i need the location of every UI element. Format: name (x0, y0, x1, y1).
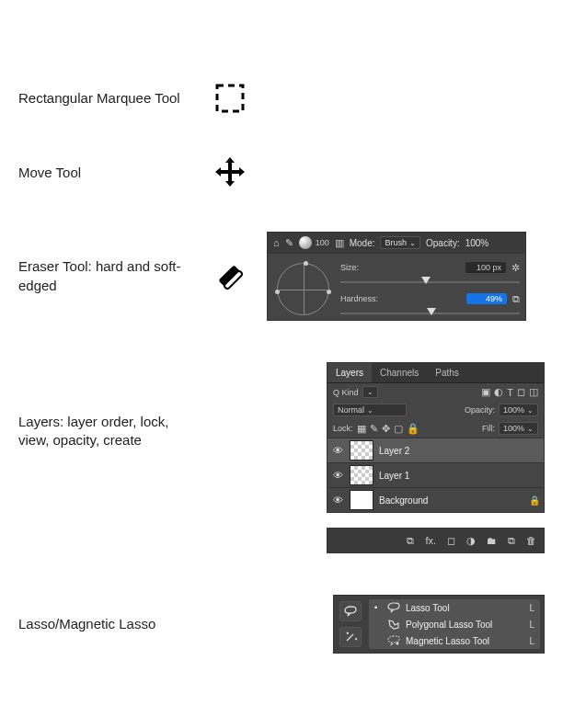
lock-move-icon[interactable]: ✥ (382, 423, 390, 435)
tab-layers[interactable]: Layers (327, 363, 372, 382)
size-field[interactable]: 100 px (465, 262, 506, 273)
fill-field[interactable]: 100% (499, 422, 538, 435)
layer-thumbnail[interactable] (350, 465, 373, 485)
filter-shape-icon[interactable]: ◻ (517, 386, 525, 398)
tab-paths[interactable]: Paths (427, 363, 467, 382)
lasso-menu-item[interactable]: Magnetic Lasso ToolL (369, 632, 540, 649)
layer-name: Layer 1 (379, 471, 409, 481)
lasso-item-label: Magnetic Lasso Tool (406, 636, 489, 646)
lasso-item-label: Lasso Tool (406, 603, 450, 613)
layer-name: Background (379, 495, 428, 506)
brush-preset-icon[interactable]: ✎ (285, 237, 293, 249)
opacity-field[interactable]: 100% (499, 404, 538, 416)
lasso-item-label: Polygonal Lasso Tool (406, 620, 492, 630)
lock-icon: 🔒 (529, 495, 540, 506)
svg-point-3 (396, 643, 399, 645)
home-icon[interactable]: ⌂ (273, 237, 280, 248)
lasso-menu-item[interactable]: •Lasso ToolL (369, 599, 540, 616)
visibility-icon[interactable]: 👁 (331, 445, 344, 456)
opacity-value[interactable]: 100% (465, 238, 489, 248)
link-icon[interactable]: ⧉ (407, 535, 414, 547)
brush-preview-icon[interactable] (299, 236, 312, 249)
check-icon: • (374, 603, 382, 612)
group-icon[interactable]: 🖿 (487, 535, 497, 546)
visibility-icon[interactable]: 👁 (331, 495, 344, 506)
layer-list: 👁Layer 2👁Layer 1👁Background🔒 (327, 438, 544, 512)
hardness-field[interactable]: 49% (466, 293, 507, 304)
mode-label: Mode: (350, 238, 375, 248)
lasso-variant-icon (387, 635, 400, 646)
brush-angle-control[interactable] (277, 263, 329, 315)
lasso-label: Lasso/Magnetic Lasso (18, 615, 202, 633)
move-icon (213, 155, 247, 190)
lasso-flyout: •Lasso ToolLPolygonal Lasso ToolLMagneti… (333, 595, 545, 654)
filter-smart-icon[interactable]: ◫ (529, 386, 538, 398)
panel-icon[interactable]: ▥ (335, 237, 344, 249)
marquee-icon (214, 83, 246, 114)
hardness-label: Hardness: (340, 294, 378, 303)
lasso-variant-icon (387, 619, 400, 630)
lasso-menu-item[interactable]: Polygonal Lasso ToolL (369, 616, 540, 632)
blend-mode-dropdown[interactable]: Normal (333, 404, 407, 416)
size-label: Size: (340, 263, 359, 272)
filter-adjust-icon[interactable]: ◐ (494, 386, 503, 398)
layers-label: Layers: layer order, lock, view, opacity… (18, 413, 202, 450)
fill-label: Fill: (482, 424, 495, 433)
eraser-icon (212, 258, 248, 295)
kind-dropdown[interactable] (362, 386, 378, 398)
lock-paint-icon[interactable]: ✎ (370, 423, 378, 435)
brush-size-number: 100 (316, 238, 329, 247)
layer-row[interactable]: 👁Layer 2 (327, 438, 544, 462)
layer-thumbnail[interactable] (350, 440, 373, 461)
new-layer-icon[interactable]: ⧉ (508, 535, 515, 547)
hardness-slider[interactable] (340, 307, 520, 320)
tab-channels[interactable]: Channels (372, 363, 427, 382)
layer-name: Layer 2 (379, 446, 409, 456)
layer-row[interactable]: 👁Layer 1 (327, 462, 544, 487)
lasso-tool-button[interactable] (339, 601, 362, 621)
lock-all-icon[interactable]: 🔒 (407, 423, 419, 435)
layers-footer: ⧉ fx. ◻ ◑ 🖿 ⧉ 🗑 (327, 528, 545, 553)
popout-icon[interactable]: ⧉ (512, 293, 520, 305)
trash-icon[interactable]: 🗑 (526, 535, 536, 546)
lock-label: Lock: (333, 424, 353, 433)
mask-icon[interactable]: ◻ (447, 535, 455, 547)
size-slider[interactable] (340, 276, 520, 289)
gear-icon[interactable]: ✲ (511, 262, 520, 274)
mode-dropdown[interactable]: Brush (380, 236, 420, 249)
opacity-label: Opacity: (426, 238, 460, 248)
wand-tool-button[interactable] (339, 627, 362, 647)
marquee-label: Rectangular Marquee Tool (18, 89, 202, 108)
shortcut-key: L (529, 603, 534, 613)
eraser-label: Eraser Tool: hard and soft-edged (18, 257, 202, 295)
layer-row[interactable]: 👁Background🔒 (327, 487, 544, 512)
opacity-label-2: Opacity: (465, 405, 495, 415)
kind-label: Q Kind (333, 388, 359, 397)
shortcut-key: L (529, 620, 534, 630)
filter-image-icon[interactable]: ▣ (481, 386, 490, 398)
filter-type-icon[interactable]: T (507, 387, 513, 398)
lock-artboard-icon[interactable]: ▢ (394, 423, 403, 435)
layers-panel: Layers Channels Paths Q Kind ▣ ◐ T ◻ ◫ N… (327, 362, 545, 513)
move-label: Move Tool (18, 164, 202, 182)
layer-thumbnail[interactable] (350, 490, 373, 510)
svg-rect-0 (217, 85, 243, 111)
lasso-variant-icon (387, 602, 400, 613)
visibility-icon[interactable]: 👁 (331, 470, 344, 481)
shortcut-key: L (529, 636, 534, 646)
fx-icon[interactable]: fx. (425, 535, 436, 546)
lock-trans-icon[interactable]: ▦ (357, 423, 366, 435)
adjustment-icon[interactable]: ◑ (466, 535, 476, 547)
eraser-options-panel: ⌂ ✎ 100 ▥ Mode: Brush Opacity: 100% Size… (267, 232, 526, 321)
